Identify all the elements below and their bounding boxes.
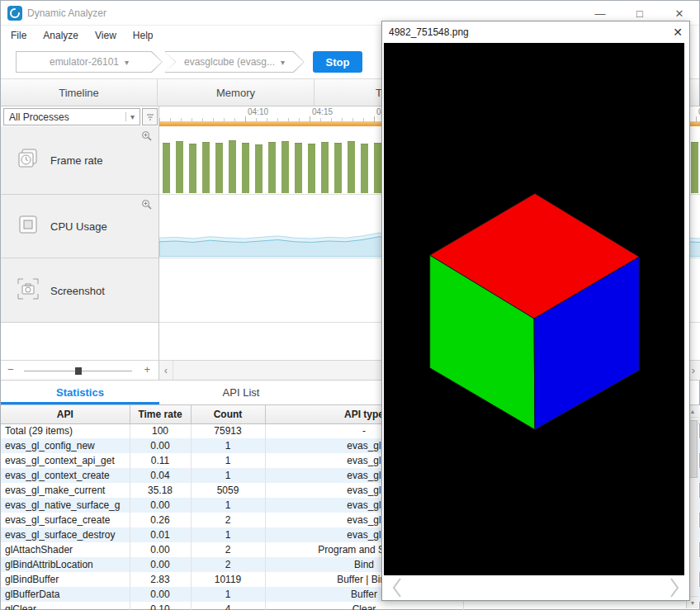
chart-config-button[interactable] <box>142 108 158 125</box>
menu-help[interactable]: Help <box>125 27 162 44</box>
chevron-down-icon: ▾ <box>281 58 285 67</box>
table-cell: evas_gl_config_new <box>1 438 130 453</box>
screenshot-image <box>384 43 684 575</box>
menu-analyze[interactable]: Analyze <box>35 27 87 44</box>
next-screenshot-button[interactable] <box>668 576 681 603</box>
frame-rate-bar <box>348 141 355 193</box>
table-cell: 0.00 <box>130 557 191 572</box>
table-cell: Total (29 items) <box>1 423 130 438</box>
chevron-right-icon <box>668 576 681 599</box>
table-cell: 100 <box>130 423 191 438</box>
process-filter-label: All Processes <box>9 111 69 123</box>
chevron-down-icon: ▾ <box>125 112 135 121</box>
frame-rate-bar <box>202 142 210 193</box>
zoom-slider-thumb[interactable] <box>75 367 82 375</box>
chart-label: CPU Usage <box>50 220 107 233</box>
table-cell: Clear <box>265 602 463 610</box>
viewer-close-button[interactable]: ✕ <box>673 21 683 43</box>
tab-statistics[interactable]: Statistics <box>1 381 159 404</box>
timeline-left-panel: All Processes ▾ Frame rate <box>1 106 159 360</box>
zoom-in-button[interactable]: + <box>144 363 150 376</box>
chart-label-screenshot[interactable]: Screenshot <box>1 258 158 323</box>
ruler-tick <box>245 116 246 122</box>
table-cell: evas_gl_context_create <box>1 468 130 483</box>
viewer-nav-bar <box>382 575 689 600</box>
previous-screenshot-button[interactable] <box>390 576 404 603</box>
table-cell: 10119 <box>191 572 265 587</box>
app-selector[interactable]: evasglcube (evasg... ▾ <box>164 51 305 73</box>
device-selector[interactable]: emulator-26101 ▾ <box>16 51 163 73</box>
frame-rate-bar <box>295 143 302 193</box>
table-cell: 5059 <box>191 483 265 498</box>
screenshot-icon <box>16 277 40 305</box>
ruler-label: 04:10 <box>248 107 268 116</box>
table-cell: glBufferData <box>1 587 130 602</box>
menu-file[interactable]: File <box>2 27 35 44</box>
process-filter-dropdown[interactable]: All Processes ▾ <box>3 108 140 125</box>
frame-rate-bar <box>255 144 262 193</box>
tab-memory[interactable]: Memory <box>158 79 315 106</box>
table-cell: 0.04 <box>130 468 191 483</box>
chart-label-frame-rate[interactable]: Frame rate <box>1 126 158 195</box>
frame-rate-bar <box>281 141 289 193</box>
table-cell: glBindAttribLocation <box>1 557 130 572</box>
zoom-chart-button[interactable] <box>141 199 153 214</box>
table-cell: evas_gl_native_surface_g <box>1 498 130 513</box>
gl-cube-render <box>384 43 684 575</box>
app-selector-label: evasglcube (evasg... <box>184 56 275 68</box>
chart-label: Screenshot <box>50 284 105 296</box>
table-cell: evas_gl_make_current <box>1 483 130 498</box>
table-cell: evas_gl_surface_destroy <box>1 527 130 542</box>
menu-view[interactable]: View <box>87 27 125 44</box>
column-header-count[interactable]: Count <box>191 405 265 423</box>
table-cell: 0.11 <box>130 453 191 468</box>
column-header-time-rate[interactable]: Time rate <box>130 405 191 423</box>
table-row[interactable]: glClear0.104Clear <box>1 602 700 610</box>
chart-label-cpu-usage[interactable]: CPU Usage <box>1 195 158 258</box>
frame-rate-bar <box>691 142 698 193</box>
table-cell: 0.00 <box>130 498 191 513</box>
zoom-out-button[interactable]: − <box>7 363 14 376</box>
frame-rate-bar <box>361 144 368 193</box>
frame-rate-bar <box>215 143 223 193</box>
chart-label: Frame rate <box>50 154 103 167</box>
viewer-title-bar[interactable]: 4982_751548.png ✕ <box>382 21 689 43</box>
frame-rate-bar <box>334 143 342 193</box>
frame-rate-bar <box>308 144 315 193</box>
frame-rate-bar <box>374 143 381 193</box>
table-cell: 0.10 <box>130 602 191 610</box>
table-cell: 2 <box>191 542 265 557</box>
device-selector-label: emulator-26101 <box>50 56 119 68</box>
table-cell: 1 <box>191 468 265 483</box>
viewer-title: 4982_751548.png <box>389 21 469 43</box>
chevron-left-icon <box>390 576 404 599</box>
tab-api-list[interactable]: API List <box>159 381 323 404</box>
table-cell: evas_gl_context_api_get <box>1 453 130 468</box>
frame-rate-bar <box>189 144 196 193</box>
zoom-control: − + <box>1 360 159 381</box>
table-cell: 2 <box>191 557 265 572</box>
column-header-api[interactable]: API <box>1 405 130 423</box>
filter-icon <box>145 112 155 122</box>
table-cell-filler <box>463 602 700 610</box>
table-cell: glAttachShader <box>1 542 130 557</box>
table-cell: 0.01 <box>130 527 191 542</box>
table-cell: 0.00 <box>130 438 191 453</box>
frame-rate-icon <box>16 146 40 174</box>
frame-rate-bar <box>163 143 170 193</box>
tab-timeline[interactable]: Timeline <box>1 79 158 106</box>
screenshot-viewer-window: 4982_751548.png ✕ <box>381 21 690 601</box>
chevron-down-icon: ▾ <box>125 58 129 67</box>
table-cell: 75913 <box>191 423 265 438</box>
table-cell: 1 <box>191 587 265 602</box>
table-cell: 0.00 <box>130 542 191 557</box>
zoom-chart-button[interactable] <box>141 130 153 145</box>
magnifier-plus-icon <box>141 199 153 210</box>
stop-button[interactable]: Stop <box>313 51 362 73</box>
frame-rate-bar <box>229 140 236 193</box>
window-title: Dynamic Analyzer <box>27 1 106 26</box>
scroll-left-button[interactable]: ‹ <box>159 361 173 380</box>
active-tab-underline <box>1 402 159 404</box>
magnifier-plus-icon <box>141 130 153 142</box>
table-cell: glClear <box>1 602 130 610</box>
